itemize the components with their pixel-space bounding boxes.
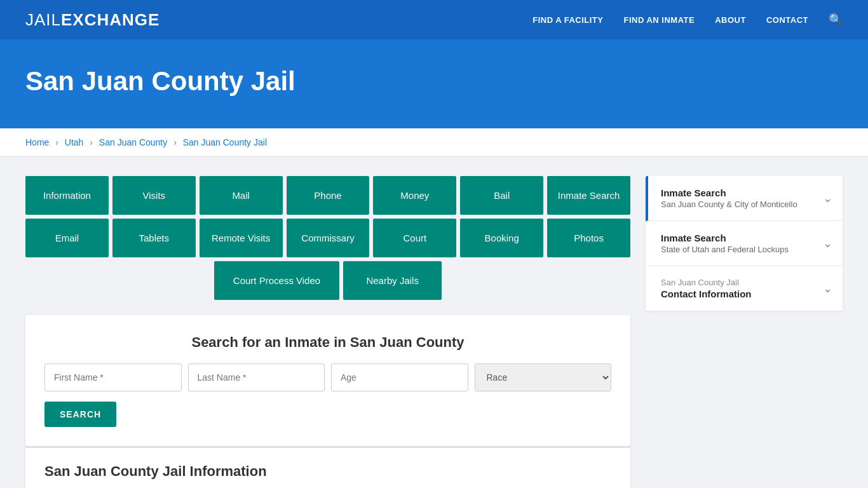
logo-exchange: EXCHANGE: [61, 10, 159, 29]
nav-find-facility[interactable]: FIND A FACILITY: [532, 15, 603, 25]
sidebar-item-subtitle-1: San Juan County & City of Monticello: [661, 200, 797, 209]
jail-info-section: San Juan County Jail Information: [25, 446, 630, 488]
right-sidebar: Inmate Search San Juan County & City of …: [646, 176, 843, 488]
sidebar-item-text-1: Inmate Search San Juan County & City of …: [661, 187, 797, 209]
btn-photos[interactable]: Photos: [547, 219, 630, 257]
left-column: Information Visits Mail Phone Money Bail…: [25, 176, 630, 488]
inmate-search-title: Search for an Inmate in San Juan County: [44, 334, 611, 351]
jail-info-title: San Juan County Jail Information: [44, 463, 611, 480]
nav-contact[interactable]: CONTACT: [766, 15, 808, 25]
btn-booking[interactable]: Booking: [460, 219, 543, 257]
btn-money[interactable]: Money: [373, 176, 456, 215]
race-select[interactable]: Race White Black Hispanic Asian Other: [475, 363, 612, 391]
btn-email[interactable]: Email: [25, 219, 109, 257]
sidebar-item-text-contact: San Juan County Jail Contact Information: [661, 278, 752, 299]
chevron-down-icon-3: ⌄: [823, 281, 832, 295]
button-grid-row1: Information Visits Mail Phone Money Bail…: [25, 176, 630, 215]
breadcrumb-utah[interactable]: Utah: [65, 137, 84, 147]
sidebar-item-text-2: Inmate Search State of Utah and Federal …: [661, 233, 789, 254]
chevron-down-icon-2: ⌄: [823, 236, 832, 250]
header: JAILEXCHANGE FIND A FACILITY FIND AN INM…: [0, 0, 868, 41]
age-input[interactable]: [331, 363, 468, 391]
nav: FIND A FACILITY FIND AN INMATE ABOUT CON…: [532, 13, 843, 27]
breadcrumb: Home › Utah › San Juan County › San Juan…: [0, 128, 868, 157]
btn-tablets[interactable]: Tablets: [112, 219, 196, 257]
search-fields: Race White Black Hispanic Asian Other: [44, 363, 611, 391]
sidebar-item-title-1: Inmate Search: [661, 187, 797, 198]
btn-court-process-video[interactable]: Court Process Video: [214, 261, 339, 300]
btn-mail[interactable]: Mail: [200, 176, 283, 215]
breadcrumb-current: San Juan County Jail: [183, 137, 267, 147]
sidebar-item-inmate-search-1[interactable]: Inmate Search San Juan County & City of …: [646, 176, 843, 221]
sidebar-contact-label: San Juan County Jail: [661, 278, 752, 287]
sidebar-item-inmate-search-2[interactable]: Inmate Search State of Utah and Federal …: [646, 221, 843, 266]
btn-court[interactable]: Court: [373, 219, 456, 257]
breadcrumb-sep-3: ›: [173, 137, 177, 147]
btn-bail[interactable]: Bail: [460, 176, 543, 215]
breadcrumb-home[interactable]: Home: [25, 137, 49, 147]
btn-information[interactable]: Information: [25, 176, 109, 215]
logo-jail: JAIL: [25, 10, 61, 29]
search-icon[interactable]: 🔍: [829, 13, 843, 27]
btn-remote-visits[interactable]: Remote Visits: [200, 219, 283, 257]
nav-find-inmate[interactable]: FIND AN INMATE: [623, 15, 695, 25]
logo[interactable]: JAILEXCHANGE: [25, 10, 159, 30]
inmate-search-box: Search for an Inmate in San Juan County …: [25, 315, 630, 446]
sidebar-item-contact[interactable]: San Juan County Jail Contact Information…: [646, 266, 843, 311]
btn-inmate-search[interactable]: Inmate Search: [547, 176, 630, 215]
sidebar-item-subtitle-2: State of Utah and Federal Lockups: [661, 245, 789, 254]
sidebar-card: Inmate Search San Juan County & City of …: [646, 176, 843, 311]
main-content: Information Visits Mail Phone Money Bail…: [0, 157, 868, 488]
btn-commissary[interactable]: Commissary: [287, 219, 370, 257]
btn-visits[interactable]: Visits: [112, 176, 196, 215]
breadcrumb-san-juan-county[interactable]: San Juan County: [99, 137, 167, 147]
last-name-input[interactable]: [188, 363, 325, 391]
first-name-input[interactable]: [44, 363, 182, 391]
sidebar-contact-title: Contact Information: [661, 288, 752, 299]
nav-about[interactable]: ABOUT: [715, 15, 746, 25]
button-grid-row3: Court Process Video Nearby Jails: [25, 261, 630, 300]
search-button[interactable]: SEARCH: [44, 402, 116, 427]
page-title: San Juan County Jail: [25, 66, 843, 97]
btn-nearby-jails[interactable]: Nearby Jails: [343, 261, 442, 300]
chevron-down-icon-1: ⌄: [823, 191, 832, 205]
breadcrumb-sep-2: ›: [90, 137, 93, 147]
sidebar-item-title-2: Inmate Search: [661, 233, 789, 243]
btn-phone[interactable]: Phone: [287, 176, 370, 215]
hero-banner: San Juan County Jail: [0, 41, 868, 128]
button-grid-row2: Email Tablets Remote Visits Commissary C…: [25, 219, 630, 257]
breadcrumb-sep-1: ›: [55, 137, 58, 147]
